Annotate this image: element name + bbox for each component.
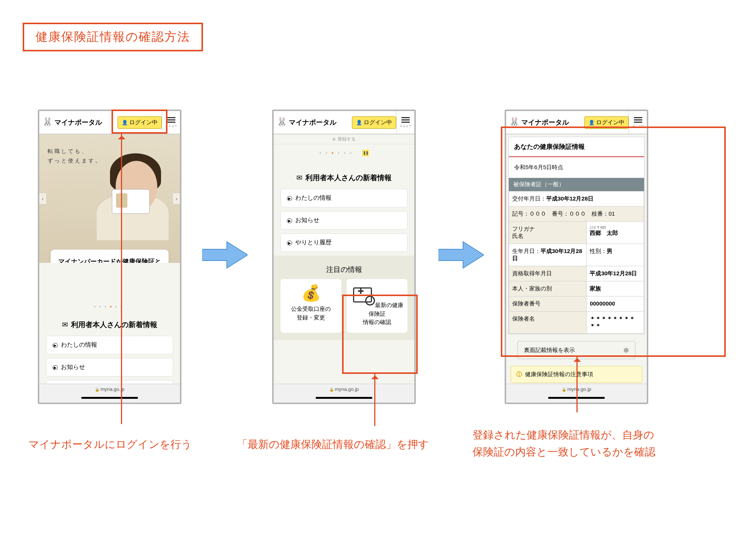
flow-arrow-2 xyxy=(438,240,484,270)
phone-screenshot-1: マイナポータル ログイン中 メニュー 転職しても、ずっと使えます。 ‹ › マイ… xyxy=(38,110,181,404)
row-qualdate-value: 平成30年12月28日 xyxy=(587,266,644,281)
portal-name: マイナポータル xyxy=(521,118,569,127)
row-insurer-no-value: 00000000 xyxy=(587,296,644,312)
app-header: マイナポータル ログイン中 メニュー xyxy=(39,111,180,134)
callout-arrow-2 xyxy=(374,373,375,426)
caption-step-3: 登録された健康保険証情報が、自身の 保険証の内容と一致しているかを確認 xyxy=(472,427,655,461)
portal-name: マイナポータル xyxy=(289,118,336,127)
feature-label: 公金受取口座の 登録・変更 xyxy=(291,306,331,321)
certificate-type-header: 被保険者証（一般） xyxy=(509,178,644,191)
insurance-info-panel: あなたの健康保険証情報 令和5年6月5日時点 被保険者証（一般） 交付年月日：平… xyxy=(508,137,644,334)
hero-lead-text: マイナンバーカードが健康保険証として利用できます xyxy=(58,256,161,263)
feature-card-account[interactable]: 公金受取口座の 登録・変更 xyxy=(280,279,341,333)
login-status-chip[interactable]: ログイン中 xyxy=(118,116,162,129)
hero-person-image xyxy=(101,150,172,240)
row-sex: 性別：男 xyxy=(587,244,644,266)
row-name-value: ﾆｼｺﾞｳ ﾀﾛｳ 西郷 太郎 xyxy=(587,222,644,244)
money-bag-icon xyxy=(284,285,338,301)
login-status-chip[interactable]: ログイン中 xyxy=(352,116,396,129)
logo[interactable]: マイナポータル xyxy=(274,117,339,128)
row-birth: 生年月日：平成30年12月28日 xyxy=(509,244,587,266)
row-insurer-no-label: 保険者番号 xyxy=(509,296,587,312)
pause-icon[interactable]: ❚❚ xyxy=(362,150,369,156)
row-code: 記号：０００ 番号：０００ 枝番：01 xyxy=(509,207,644,222)
document-title-text: 健康保険証情報の確認方法 xyxy=(36,30,190,43)
logo[interactable]: マイナポータル xyxy=(506,117,572,128)
as-of-date: 令和5年6月5日時点 xyxy=(509,157,644,178)
bunny-icon xyxy=(509,117,520,128)
row-insurer-name-label: 保険者名 xyxy=(509,312,587,334)
news-section-heading: 利用者本人さんの新着情報 xyxy=(39,309,180,336)
link-my-info[interactable]: わたしの情報 xyxy=(46,336,173,354)
hamburger-menu-button[interactable]: メニュー xyxy=(162,111,180,134)
link-notices[interactable]: お知らせ xyxy=(280,211,407,230)
register-stub[interactable]: ⊕ 登録する xyxy=(274,134,414,144)
browser-url-bar: myna.go.jp xyxy=(39,384,180,403)
hamburger-menu-button[interactable]: メニュー xyxy=(396,111,414,134)
callout-arrow-3 xyxy=(576,356,578,412)
callout-arrow-1 xyxy=(121,133,122,424)
hero-info-panel: マイナンバーカードが健康保険証として利用できます 申し込む xyxy=(51,250,169,263)
app-header: マイナポータル ログイン中 メニュー xyxy=(274,111,414,134)
menu-label: メニュー xyxy=(165,124,177,128)
home-indicator xyxy=(81,397,138,399)
carousel-dots: ●●●●●● xyxy=(39,263,180,309)
row-issue-date: 交付年月日：平成30年12月28日 xyxy=(509,191,644,207)
flow-arrow-1 xyxy=(202,240,248,270)
bunny-icon xyxy=(277,117,287,128)
hamburger-icon xyxy=(634,117,642,118)
hero-carousel: 転職しても、ずっと使えます。 ‹ › マイナンバーカードが健康保険証として利用で… xyxy=(39,134,180,263)
hamburger-menu-button[interactable]: メニュー xyxy=(629,111,647,134)
bunny-icon xyxy=(42,117,53,128)
app-header: マイナポータル ログイン中 メニュー xyxy=(506,111,647,134)
menu-label: メニュー xyxy=(400,124,412,128)
document-title: 健康保険証情報の確認方法 xyxy=(23,23,203,51)
feature-card-insurance[interactable]: 最新の健康保険証 情報の確認 xyxy=(347,279,407,333)
browser-url-bar: myna.go.jp xyxy=(274,384,414,403)
news-section-heading: 利用者本人さんの新着情報 xyxy=(274,162,414,189)
row-name-label: フリガナ氏名 xyxy=(509,222,587,244)
carousel-next-button[interactable]: › xyxy=(173,193,180,204)
carousel-prev-button[interactable]: ‹ xyxy=(39,193,46,204)
link-my-info[interactable]: わたしの情報 xyxy=(280,189,407,207)
caption-step-1: マイナポータルにログインを行う xyxy=(28,436,192,453)
logo[interactable]: マイナポータル xyxy=(39,117,105,128)
hamburger-icon xyxy=(401,117,410,118)
hero-tagline: 転職しても、ずっと使えます。 xyxy=(48,147,102,165)
row-relation-value: 家族 xyxy=(587,281,644,296)
news-link-list: わたしの情報 お知らせ やりとり履歴 xyxy=(274,189,414,252)
portal-name: マイナポータル xyxy=(54,118,102,127)
insurance-details-table: 交付年月日：平成30年12月28日 記号：０００ 番号：０００ 枝番：01 フリ… xyxy=(509,191,644,334)
menu-label: メニュー xyxy=(632,124,644,128)
home-indicator xyxy=(316,397,372,399)
carousel-dots: ●●●●●● ❚❚ xyxy=(274,144,414,162)
featured-heading: 注目の情報 xyxy=(274,256,414,279)
link-notices[interactable]: お知らせ xyxy=(46,358,173,377)
medical-card-icon xyxy=(351,285,373,303)
row-qualdate-label: 資格取得年月日 xyxy=(509,266,587,281)
row-relation-label: 本人・家族の別 xyxy=(509,281,587,296)
link-history[interactable]: やりとり履歴 xyxy=(280,233,407,252)
row-insurer-name-value: ＊＊＊＊＊＊＊＊＊＊ xyxy=(587,312,644,334)
login-status-chip[interactable]: ログイン中 xyxy=(584,116,629,129)
insurance-panel-title: あなたの健康保険証情報 xyxy=(509,137,644,157)
featured-grid: 公金受取口座の 登録・変更 最新の健康保険証 情報の確認 xyxy=(274,279,414,340)
hamburger-icon xyxy=(167,117,175,118)
phone-screenshot-2: マイナポータル ログイン中 メニュー ⊕ 登録する ●●●●●● ❚❚ 利用者本… xyxy=(272,110,416,404)
caption-step-2: 「最新の健康保険証情報の確認」を押す xyxy=(237,436,429,453)
